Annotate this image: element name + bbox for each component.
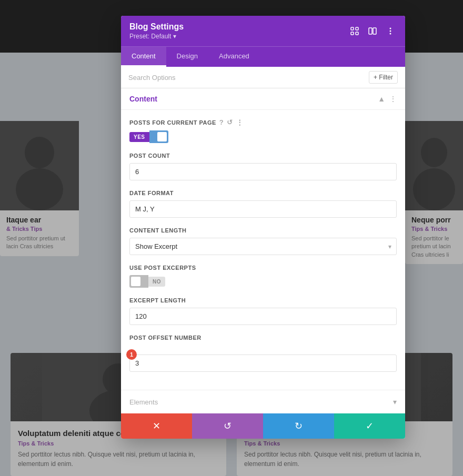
modal-search-bar: Search Options + Filter <box>121 67 405 88</box>
elements-header[interactable]: Elements ▾ <box>121 390 405 413</box>
toggle-switch-off[interactable] <box>129 275 148 288</box>
more-icon[interactable]: ⋮ <box>236 118 244 126</box>
modal-preset[interactable]: Preset: Default ▾ <box>129 33 184 40</box>
undo-button[interactable]: ↺ <box>192 413 263 439</box>
svg-rect-16 <box>369 28 372 34</box>
elements-section: Elements ▾ <box>121 390 405 413</box>
tab-advanced[interactable]: Advanced <box>208 47 260 67</box>
modal-tabs: Content Design Advanced <box>121 46 405 67</box>
save-button[interactable]: ✓ <box>334 413 405 439</box>
modal-footer: ✕ ↺ ↻ ✓ <box>121 413 405 439</box>
excerpt-length-label: Excerpt Length <box>129 297 397 303</box>
fullscreen-icon[interactable] <box>348 25 361 37</box>
reset-icon[interactable]: ↺ <box>227 118 233 126</box>
settings-content: Posts For Current Page ? ↺ ⋮ YES Post Co… <box>121 110 405 390</box>
content-length-row: Content Length Show Excerpt Show Full Po… <box>129 227 397 255</box>
use-post-excerpts-label: Use Post Excerpts <box>129 265 397 271</box>
svg-rect-14 <box>351 32 354 35</box>
search-placeholder[interactable]: Search Options <box>128 74 176 82</box>
redo-button[interactable]: ↻ <box>263 413 334 439</box>
excerpt-length-input[interactable] <box>129 308 397 325</box>
post-count-input[interactable] <box>129 163 397 180</box>
section-more-icon[interactable]: ⋮ <box>389 95 397 103</box>
filter-button[interactable]: + Filter <box>369 71 398 84</box>
content-length-select[interactable]: Show Excerpt Show Full Post Show Content <box>129 238 397 255</box>
content-section-header: Content ▲ ⋮ <box>121 88 405 110</box>
use-post-excerpts-row: Use Post Excerpts NO <box>129 265 397 288</box>
date-format-label: Date Format <box>129 190 397 196</box>
more-options-icon[interactable] <box>384 25 397 37</box>
toggle-switch-on[interactable] <box>149 130 168 143</box>
posts-toggle[interactable]: YES <box>129 130 397 143</box>
post-offset-badge: 1 <box>126 349 137 360</box>
tab-content[interactable]: Content <box>121 47 166 67</box>
content-section-title: Content <box>129 95 157 103</box>
elements-arrow-icon: ▾ <box>393 398 397 406</box>
cancel-button[interactable]: ✕ <box>121 413 192 439</box>
modal-panel: Blog Settings Preset: Default ▾ Content … <box>121 16 405 439</box>
toggle-yes-label: YES <box>129 132 149 142</box>
posts-for-current-page-label: Posts For Current Page ? ↺ ⋮ <box>129 118 397 126</box>
modal-header: Blog Settings Preset: Default ▾ <box>121 16 405 46</box>
date-format-row: Date Format <box>129 190 397 218</box>
svg-rect-17 <box>373 28 376 34</box>
svg-rect-12 <box>351 27 354 30</box>
modal-body: Content ▲ ⋮ Posts For Current Page ? ↺ ⋮… <box>121 88 405 413</box>
content-length-select-wrapper: Show Excerpt Show Full Post Show Content… <box>129 238 397 255</box>
elements-title: Elements <box>129 398 158 406</box>
svg-rect-15 <box>356 32 358 35</box>
content-length-label: Content Length <box>129 227 397 234</box>
date-format-input[interactable] <box>129 200 397 218</box>
modal-header-left: Blog Settings Preset: Default ▾ <box>129 22 184 40</box>
post-offset-input[interactable] <box>129 355 397 372</box>
modal-title: Blog Settings <box>129 22 184 32</box>
columns-icon[interactable] <box>366 25 379 37</box>
posts-for-current-page-row: Posts For Current Page ? ↺ ⋮ YES <box>129 118 397 143</box>
modal-header-icons <box>348 25 397 37</box>
post-offset-number-label: Post Offset Number <box>129 335 397 341</box>
post-count-label: Post Count <box>129 153 397 159</box>
svg-rect-13 <box>356 27 358 30</box>
excerpt-length-row: Excerpt Length <box>129 297 397 325</box>
use-post-excerpts-toggle[interactable]: NO <box>129 275 397 288</box>
tab-design[interactable]: Design <box>166 47 208 67</box>
svg-point-20 <box>390 33 391 35</box>
toggle-no-label: NO <box>148 277 165 287</box>
post-offset-input-wrapper: 1 <box>129 345 397 372</box>
help-icon[interactable]: ? <box>219 118 224 126</box>
post-count-row: Post Count <box>129 153 397 180</box>
section-header-icons: ▲ ⋮ <box>378 95 397 103</box>
section-collapse-icon[interactable]: ▲ <box>378 95 385 103</box>
svg-point-19 <box>390 31 391 32</box>
post-offset-number-row: Post Offset Number 1 <box>129 335 397 372</box>
svg-point-18 <box>390 28 391 29</box>
